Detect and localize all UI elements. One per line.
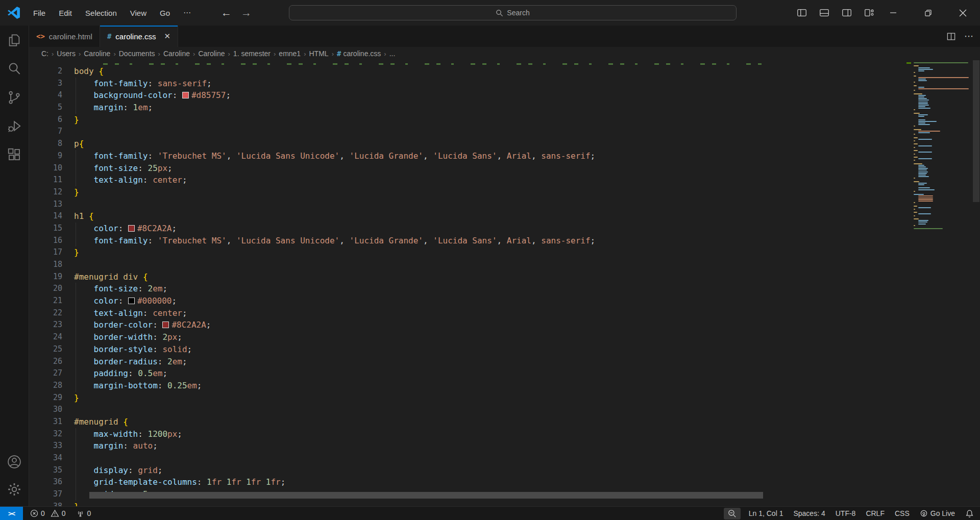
line-number[interactable]: 8 [29,138,69,150]
settings-gear-icon[interactable] [3,479,26,500]
code-line-5[interactable]: 5 margin: 1em; [29,102,980,114]
code-line-16[interactable]: 16 font-family: 'Trebuchet MS', 'Lucida … [29,235,980,247]
line-number[interactable]: 19 [29,271,69,283]
menu-go[interactable]: Go [154,6,176,20]
color-swatch[interactable] [182,92,189,98]
color-swatch[interactable] [162,321,169,328]
split-editor-icon[interactable] [946,32,956,41]
line-number[interactable]: 28 [29,380,69,392]
line-number[interactable]: 10 [29,162,69,175]
nav-forward-icon[interactable]: → [241,7,252,19]
code-line-29[interactable]: 29} [29,392,980,404]
line-number[interactable]: 38 [29,501,69,506]
search-view-icon[interactable] [3,58,26,80]
code-line-25[interactable]: 25 border-style: solid; [29,343,980,356]
line-number[interactable]: 34 [29,452,69,464]
code-line-19[interactable]: 19#menugrid div { [29,271,980,283]
code-line-15[interactable]: 15 color: #8C2A2A; [29,222,980,235]
toggle-primary-sidebar-icon[interactable] [796,7,807,18]
code-line-30[interactable]: 30 [29,404,980,416]
indentation-setting[interactable]: Spaces: 4 [788,507,830,520]
menu-[interactable]: ⋯ [178,6,197,20]
search-input[interactable]: Search [289,5,737,20]
line-number[interactable]: 31 [29,416,69,428]
customize-layout-icon[interactable] [864,7,875,18]
breadcrumb-item[interactable]: C: [40,49,50,58]
code-line-3[interactable]: 3 font-family: sans-serif; [29,78,980,90]
code-line-32[interactable]: 32 max-width: 1200px; [29,428,980,440]
source-control-icon[interactable] [3,87,26,108]
breadcrumb-item[interactable]: HTML [308,49,330,58]
line-number[interactable]: 32 [29,428,69,440]
breadcrumb-item[interactable]: Caroline [162,49,191,58]
breadcrumb-item[interactable]: Caroline [83,49,111,58]
color-swatch[interactable] [128,298,135,304]
toggle-secondary-sidebar-icon[interactable] [841,7,852,18]
code-line-2[interactable]: 2body { [29,65,980,78]
account-icon[interactable] [3,451,26,473]
line-number[interactable]: 3 [29,78,69,90]
menu-file[interactable]: File [28,6,51,20]
code-line-9[interactable]: 9 font-family: 'Trebuchet MS', 'Lucida S… [29,150,980,162]
line-number[interactable]: 18 [29,259,69,271]
code-line-20[interactable]: 20 font-size: 2em; [29,283,980,295]
horizontal-scrollbar[interactable] [89,492,763,499]
nav-back-icon[interactable]: ← [221,7,232,19]
code-line-31[interactable]: 31#menugrid { [29,416,980,428]
problems-indicator[interactable]: 0 0 [25,507,71,520]
line-number[interactable]: 24 [29,331,69,343]
restore-button[interactable] [911,0,945,26]
language-mode[interactable]: CSS [890,507,915,520]
line-number[interactable]: 6 [29,114,69,126]
toggle-panel-icon[interactable] [819,7,830,18]
breadcrumb-item[interactable]: Users [56,49,77,58]
breadcrumb-item[interactable]: Caroline [197,49,226,58]
go-live-button[interactable]: Go Live [915,507,960,520]
code-line-8[interactable]: 8p{ [29,138,980,150]
line-number[interactable]: 20 [29,283,69,295]
breadcrumb-item[interactable]: Documents [118,49,156,58]
line-number[interactable]: 4 [29,89,69,102]
line-number[interactable]: 25 [29,343,69,356]
menu-edit[interactable]: Edit [53,6,78,20]
code-line-10[interactable]: 10 font-size: 25px; [29,162,980,175]
code-line-21[interactable]: 21 color: #000000; [29,295,980,307]
line-number[interactable]: 11 [29,174,69,186]
minimize-button[interactable] [876,0,911,26]
close-window-button[interactable] [945,0,980,26]
code-line-13[interactable]: 13 [29,199,980,211]
breadcrumb-item[interactable]: emne1 [278,49,302,58]
tab-caroline.html[interactable]: <>caroline.html [29,26,100,47]
code-line-17[interactable]: 17} [29,246,980,259]
code-line-6[interactable]: 6} [29,114,980,126]
run-debug-icon[interactable] [3,115,26,137]
menu-view[interactable]: View [125,6,152,20]
notifications-bell-icon[interactable] [960,507,975,520]
breadcrumb-item[interactable]: ... [388,49,397,58]
code-line-24[interactable]: 24 border-width: 2px; [29,331,980,343]
code-line-26[interactable]: 26 border-radius: 2em; [29,356,980,368]
line-number[interactable]: 7 [29,126,69,138]
line-number[interactable]: 29 [29,392,69,404]
line-number[interactable]: 26 [29,356,69,368]
line-number[interactable]: 12 [29,186,69,199]
code-line-14[interactable]: 14h1 { [29,210,980,222]
line-number[interactable]: 2 [29,65,69,78]
zoom-out-button[interactable] [724,508,741,519]
close-tab-icon[interactable]: ✕ [164,32,171,41]
line-number[interactable]: 14 [29,210,69,222]
explorer-icon[interactable] [3,30,26,51]
code-line-18[interactable]: 18 [29,259,980,271]
eol-setting[interactable]: CRLF [861,507,890,520]
editor-more-actions-icon[interactable]: ⋯ [964,31,974,42]
line-number[interactable]: 30 [29,404,69,416]
code-line-34[interactable]: 34 [29,452,980,464]
cursor-position[interactable]: Ln 1, Col 1 [744,507,789,520]
line-number[interactable]: 36 [29,476,69,488]
breadcrumb-item[interactable]: 1. semester [232,49,272,58]
code-line-7[interactable]: 7 [29,126,980,138]
code-line-11[interactable]: 11 text-align: center; [29,174,980,186]
code-line-23[interactable]: 23 border-color: #8C2A2A; [29,319,980,331]
code-editor[interactable]: 2body {3 font-family: sans-serif;4 backg… [29,60,980,506]
remote-indicator[interactable]: >< [0,507,23,520]
